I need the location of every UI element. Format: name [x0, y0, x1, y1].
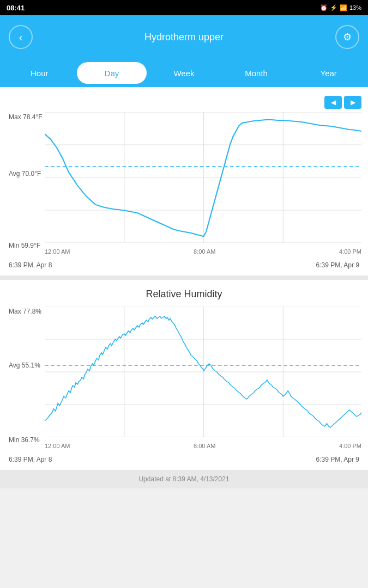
tab-year[interactable]: Year	[293, 62, 364, 84]
temp-min-label: Min 59.9°F	[9, 242, 40, 249]
status-icons: ⏰ ⚡ 📶 13%	[320, 4, 361, 11]
hum-x-labels: 12:00 AM 8:00 AM 4:00 PM	[45, 443, 361, 449]
header: ‹ Hydrotherm upper ⚙	[0, 15, 368, 59]
temp-avg-label: Avg 70.0°F	[9, 170, 41, 177]
humidity-chart-area: Max 77.8% Avg 55.1% Min 36.7%	[7, 307, 361, 454]
humidity-svg	[45, 307, 361, 437]
temperature-chart-area: Max 78.4°F Avg 70.0°F Min 59.9°F	[7, 112, 361, 259]
updated-text: Updated at 8:39 AM, 4/13/2021	[138, 475, 229, 483]
temp-date-end: 6:39 PM, Apr 9	[316, 261, 359, 269]
tab-hour[interactable]: Hour	[4, 62, 75, 84]
battery-text: 13%	[349, 4, 361, 11]
status-time: 08:41	[7, 4, 25, 12]
hum-x-label-1: 8:00 AM	[194, 443, 215, 449]
app-container: ‹ Hydrotherm upper ⚙ Hour Day Week Month…	[0, 15, 368, 588]
temp-x-labels: 12:00 AM 8:00 AM 4:00 PM	[45, 248, 361, 255]
tab-month[interactable]: Month	[221, 62, 292, 84]
header-title: Hydrotherm upper	[144, 32, 224, 43]
signal-icon: 📶	[340, 4, 347, 11]
hum-date-start: 6:39 PM, Apr 8	[9, 456, 52, 463]
chart-next-button[interactable]: ▶	[344, 96, 361, 109]
hum-min-label: Min 36.7%	[9, 436, 40, 444]
tab-week[interactable]: Week	[149, 62, 219, 84]
temp-x-label-0: 12:00 AM	[45, 248, 70, 255]
hum-max-label: Max 77.8%	[9, 308, 41, 315]
tab-day[interactable]: Day	[77, 62, 147, 84]
temperature-chart-section: ◀ ▶ Max 78.4°F Avg 70.0°F Min 59.9°F	[0, 87, 368, 275]
temp-date-range: 6:39 PM, Apr 8 6:39 PM, Apr 9	[7, 261, 361, 269]
settings-button[interactable]: ⚙	[335, 25, 359, 49]
humidity-chart-section: Relative Humidity Max 77.8% Avg 55.1% Mi…	[0, 280, 368, 470]
back-button[interactable]: ‹	[9, 25, 33, 49]
humidity-svg-wrapper	[45, 307, 361, 437]
hum-avg-label: Avg 55.1%	[9, 362, 40, 369]
hum-x-label-0: 12:00 AM	[45, 443, 70, 449]
temperature-svg-wrapper	[45, 112, 361, 243]
alarm-icon: ⏰	[320, 4, 328, 11]
updated-bar: Updated at 8:39 AM, 4/13/2021	[0, 470, 368, 488]
temp-date-start: 6:39 PM, Apr 8	[9, 261, 52, 269]
scroll-content[interactable]: ◀ ▶ Max 78.4°F Avg 70.0°F Min 59.9°F	[0, 87, 368, 588]
chart-prev-button[interactable]: ◀	[324, 96, 342, 109]
hum-x-label-2: 4:00 PM	[339, 443, 361, 449]
temp-max-label: Max 78.4°F	[9, 113, 43, 121]
temperature-svg	[45, 112, 361, 243]
hum-date-range: 6:39 PM, Apr 8 6:39 PM, Apr 9	[7, 456, 361, 463]
temp-x-label-2: 4:00 PM	[339, 248, 361, 255]
temp-x-label-1: 8:00 AM	[194, 248, 215, 255]
tabs-bar: Hour Day Week Month Year	[0, 59, 368, 87]
section-divider	[0, 275, 368, 280]
humidity-title: Relative Humidity	[7, 289, 361, 300]
hum-date-end: 6:39 PM, Apr 9	[316, 456, 359, 463]
status-bar: 08:41 ⏰ ⚡ 📶 13%	[0, 0, 368, 15]
bluetooth-icon: ⚡	[330, 4, 337, 11]
